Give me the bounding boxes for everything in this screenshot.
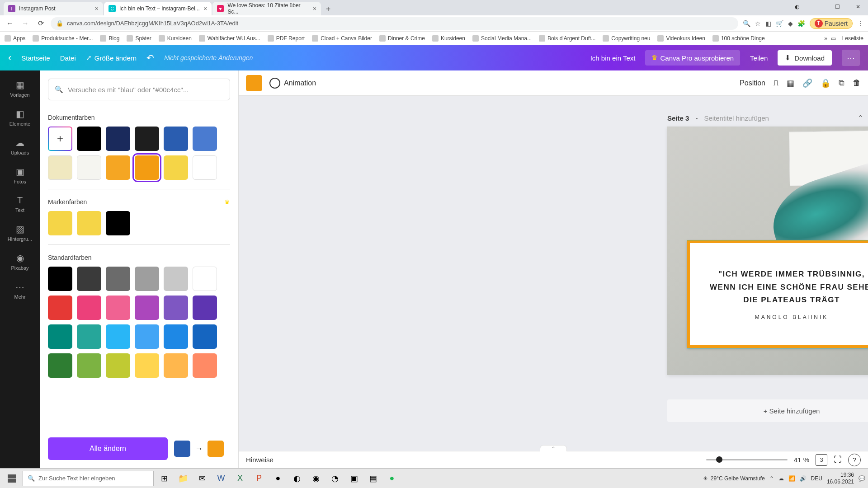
selected-quote-element[interactable]: "ICH WERDE IMMER TRÜBSINNIG, WENN ICH EI… bbox=[687, 240, 868, 348]
lock-icon[interactable]: 🔒 bbox=[821, 78, 830, 88]
color-swatch[interactable] bbox=[48, 211, 72, 235]
share-button[interactable]: Teilen bbox=[750, 54, 768, 62]
bookmark-item[interactable]: Später bbox=[127, 35, 151, 42]
bookmark-item[interactable]: 100 schöne Dinge bbox=[712, 35, 765, 42]
chevron-up-icon[interactable]: ⌃ bbox=[858, 114, 863, 122]
close-icon[interactable]: × bbox=[95, 5, 99, 12]
file-menu[interactable]: Datei bbox=[60, 54, 76, 62]
close-button[interactable]: ✕ bbox=[848, 0, 868, 14]
color-swatch[interactable] bbox=[193, 155, 217, 180]
close-icon[interactable]: × bbox=[203, 5, 207, 12]
color-swatch[interactable] bbox=[48, 267, 72, 291]
undo-button[interactable]: ↶ bbox=[146, 52, 154, 63]
back-icon[interactable]: ‹ bbox=[8, 52, 11, 64]
zoom-slider[interactable] bbox=[706, 459, 788, 460]
powerpoint-icon[interactable]: P bbox=[250, 470, 268, 487]
resize-menu[interactable]: ⤢Größe ändern bbox=[86, 54, 137, 62]
page-count-button[interactable]: 3 bbox=[816, 454, 827, 466]
more-button[interactable]: ⋯ bbox=[842, 50, 860, 66]
mail-icon[interactable]: ✉ bbox=[193, 470, 211, 487]
color-swatch[interactable] bbox=[164, 353, 188, 378]
add-color-button[interactable]: + bbox=[48, 127, 72, 151]
expand-notes-tab[interactable]: ⌃ bbox=[540, 445, 567, 451]
color-swatch[interactable] bbox=[164, 296, 188, 320]
extension-icon[interactable]: ◆ bbox=[788, 20, 793, 27]
puzzle-icon[interactable]: 🧩 bbox=[797, 20, 805, 27]
color-swatch[interactable] bbox=[135, 267, 159, 291]
element-color-button[interactable] bbox=[246, 75, 262, 91]
color-swatch[interactable] bbox=[193, 296, 217, 320]
weather-widget[interactable]: ☀29°C Gelbe Warnstufe bbox=[703, 475, 765, 482]
color-swatch[interactable] bbox=[106, 267, 130, 291]
bookmark-item[interactable]: Cload + Canva Bilder bbox=[312, 35, 372, 42]
volume-icon[interactable]: 🔊 bbox=[800, 475, 807, 482]
try-pro-button[interactable]: ♛Canva Pro ausprobieren bbox=[645, 50, 740, 66]
onedrive-icon[interactable]: ☁ bbox=[778, 475, 784, 482]
color-swatch[interactable] bbox=[77, 127, 101, 151]
file-explorer-icon[interactable]: 📁 bbox=[175, 470, 192, 487]
new-tab-button[interactable]: + bbox=[322, 3, 335, 15]
position-button[interactable]: Position bbox=[740, 79, 765, 87]
extension-icon[interactable]: 🛒 bbox=[776, 20, 783, 27]
browser-tab[interactable]: ♥ We love Shoes: 10 Zitate über Sc... × bbox=[212, 2, 321, 15]
browser-tab[interactable]: C Ich bin ein Text – Instagram-Bei... × bbox=[104, 2, 212, 15]
zoom-slider-thumb[interactable] bbox=[716, 456, 722, 463]
bookmark-item[interactable]: Kursideen bbox=[432, 35, 465, 42]
color-swatch[interactable] bbox=[135, 353, 159, 378]
clock[interactable]: 19:3616.06.2021 bbox=[827, 472, 854, 485]
nav-elements[interactable]: ◧Elemente bbox=[1, 104, 38, 131]
fullscreen-icon[interactable]: ⛶ bbox=[834, 455, 842, 465]
minimize-button[interactable]: — bbox=[807, 0, 827, 14]
color-swatch[interactable] bbox=[77, 296, 101, 320]
back-button[interactable]: ← bbox=[5, 18, 15, 29]
color-swatch[interactable] bbox=[164, 267, 188, 291]
add-page-button[interactable]: + Seite hinzufügen bbox=[667, 399, 868, 422]
color-swatch[interactable] bbox=[106, 324, 130, 349]
effects-icon[interactable]: ⎍ bbox=[774, 78, 778, 88]
color-swatch[interactable] bbox=[106, 211, 130, 235]
bookmark-item[interactable]: Kursideen bbox=[159, 35, 192, 42]
home-link[interactable]: Startseite bbox=[21, 54, 50, 62]
maximize-button[interactable]: ☐ bbox=[827, 0, 848, 14]
color-swatch[interactable] bbox=[48, 296, 72, 320]
bookmark-item[interactable]: Wahlfächer WU Aus... bbox=[199, 35, 260, 42]
zoom-percentage[interactable]: 41 % bbox=[794, 456, 809, 464]
color-swatch[interactable] bbox=[77, 155, 101, 180]
app-icon[interactable]: ▣ bbox=[345, 470, 363, 487]
forward-button[interactable]: → bbox=[20, 18, 31, 29]
color-swatch[interactable] bbox=[135, 127, 159, 151]
word-icon[interactable]: W bbox=[212, 470, 230, 487]
nav-templates[interactable]: ▦Vorlagen bbox=[1, 75, 38, 102]
profile-paused-pill[interactable]: T Pausiert bbox=[810, 18, 853, 29]
color-swatch[interactable] bbox=[106, 296, 130, 320]
notes-button[interactable]: Hinweise bbox=[246, 456, 274, 464]
start-button[interactable] bbox=[3, 470, 21, 487]
color-swatch[interactable] bbox=[48, 155, 72, 180]
reload-button[interactable]: ⟳ bbox=[35, 18, 46, 29]
notifications-icon[interactable]: 💬 bbox=[859, 475, 865, 482]
app-icon[interactable]: ◐ bbox=[288, 470, 306, 487]
link-icon[interactable]: 🔗 bbox=[802, 78, 812, 88]
color-swatch[interactable] bbox=[77, 211, 101, 235]
bookmark-item[interactable]: Blog bbox=[100, 35, 119, 42]
nav-background[interactable]: ▨Hintergru... bbox=[1, 219, 38, 246]
edge-icon[interactable]: ◔ bbox=[326, 470, 344, 487]
color-swatch[interactable] bbox=[164, 324, 188, 349]
color-swatch[interactable] bbox=[135, 324, 159, 349]
app-icon[interactable]: ● bbox=[269, 470, 287, 487]
canvas-area[interactable]: Seite 3 - Seitentitel hinzufügen ⌃ ⌄ ⧉ 🗑… bbox=[239, 96, 868, 451]
menu-icon[interactable]: ⋮ bbox=[857, 20, 863, 27]
color-swatch[interactable] bbox=[77, 267, 101, 291]
color-swatch[interactable] bbox=[193, 353, 217, 378]
task-view-icon[interactable]: ⊞ bbox=[156, 470, 173, 487]
bookmark-item[interactable]: Copywriting neu bbox=[603, 35, 650, 42]
tray-chevron-icon[interactable]: ⌃ bbox=[769, 475, 774, 482]
chrome-icon[interactable]: ◉ bbox=[307, 470, 325, 487]
animation-button[interactable]: Animation bbox=[269, 78, 316, 89]
nav-pixabay[interactable]: ◉Pixabay bbox=[1, 248, 38, 275]
page-title-input[interactable]: Seitentitel hinzufügen bbox=[704, 114, 769, 122]
browser-tab[interactable]: I Instagram Post × bbox=[4, 2, 103, 15]
zoom-icon[interactable]: 🔍 bbox=[743, 20, 750, 27]
color-swatch[interactable] bbox=[135, 296, 159, 320]
url-input[interactable]: 🔒 canva.com/design/DAEhbzjcggM/KIh15LaV3… bbox=[51, 17, 738, 30]
